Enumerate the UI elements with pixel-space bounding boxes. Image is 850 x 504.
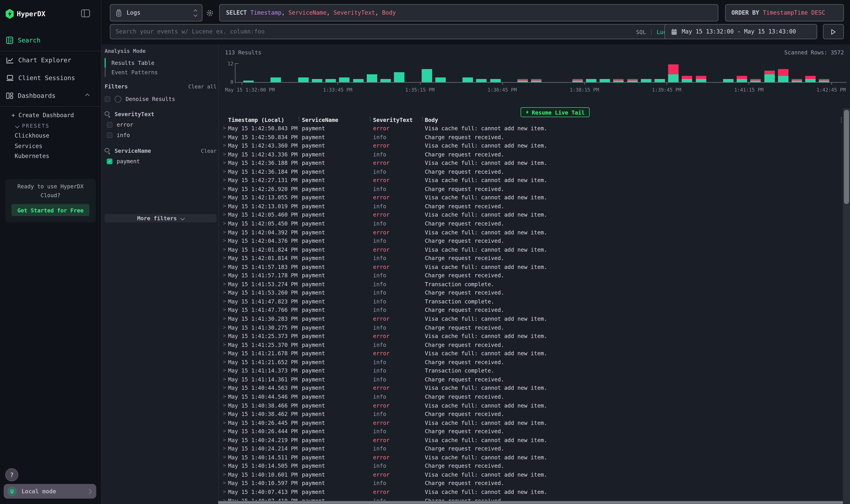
table-row[interactable]: >May 15 1:41:25.370 PMpaymentinfoCharge … <box>218 341 843 349</box>
row-expand-icon[interactable]: > <box>223 194 226 200</box>
row-expand-icon[interactable]: > <box>223 428 226 434</box>
table-row[interactable]: >May 15 1:42:26.920 PMpaymentinfoCharge … <box>218 185 843 194</box>
row-expand-icon[interactable]: > <box>223 264 226 269</box>
order-by-input[interactable]: ORDER BY TimestampTime DESC <box>725 4 844 21</box>
table-row[interactable]: >May 15 1:42:13.055 PMpaymenterrorVisa c… <box>218 194 843 202</box>
table-row[interactable]: >May 15 1:41:47.823 PMpaymentinfoTransac… <box>218 298 843 306</box>
sql-mode-toggle[interactable]: SQL <box>636 29 646 35</box>
chart-bar[interactable] <box>243 80 254 82</box>
chart-bar[interactable] <box>339 77 350 82</box>
chart-bar[interactable] <box>353 79 363 82</box>
checkbox[interactable] <box>107 132 112 138</box>
row-expand-icon[interactable]: > <box>223 237 226 243</box>
table-row[interactable]: >May 15 1:40:26.444 PMpaymentinfoCharge … <box>218 427 843 436</box>
row-expand-icon[interactable]: > <box>223 367 226 373</box>
table-row[interactable]: >May 15 1:42:04.376 PMpaymentinfoCharge … <box>218 237 843 246</box>
table-row[interactable]: >May 15 1:40:38.462 PMpaymentinfoCharge … <box>218 410 843 419</box>
table-row[interactable]: >May 15 1:42:36.184 PMpaymentinfoCharge … <box>218 167 843 176</box>
chart-bar[interactable] <box>737 76 747 82</box>
table-row[interactable]: >May 15 1:42:27.131 PMpaymenterrorVisa c… <box>218 176 843 185</box>
table-row[interactable]: >May 15 1:40:24.214 PMpaymentinfoCharge … <box>218 445 843 453</box>
row-expand-icon[interactable]: > <box>223 255 226 261</box>
row-expand-icon[interactable]: > <box>223 376 226 382</box>
row-expand-icon[interactable]: > <box>223 437 226 443</box>
table-row[interactable]: >May 15 1:41:57.178 PMpaymentinfoCharge … <box>218 271 843 280</box>
column-separator[interactable]: ⋮ <box>297 116 301 121</box>
col-header-timestamp[interactable]: Timestamp (Local) <box>228 117 284 123</box>
table-row[interactable]: >May 15 1:41:21.652 PMpaymentinfoCharge … <box>218 358 843 367</box>
clear-all-button[interactable]: Clear all <box>188 84 217 89</box>
row-expand-icon[interactable]: > <box>223 289 226 295</box>
more-filters-button[interactable]: More filters <box>105 214 217 222</box>
row-expand-icon[interactable]: > <box>223 229 226 235</box>
denoise-checkbox[interactable] <box>105 96 110 102</box>
table-row[interactable]: >May 15 1:42:43.336 PMpaymentinfoCharge … <box>218 150 843 159</box>
chart-bar[interactable] <box>778 69 788 82</box>
table-row[interactable]: >May 15 1:40:44.563 PMpaymenterrorVisa c… <box>218 384 843 393</box>
row-expand-icon[interactable]: > <box>223 168 226 174</box>
collapse-sidebar-icon[interactable] <box>81 10 90 17</box>
row-expand-icon[interactable]: > <box>223 177 226 183</box>
chart-bar[interactable] <box>600 79 610 82</box>
table-row[interactable]: >May 15 1:40:10.601 PMpaymenterrorVisa c… <box>218 470 843 479</box>
select-columns-input[interactable]: SELECT Timestamp, ServiceName, SeverityT… <box>219 4 718 21</box>
row-expand-icon[interactable]: > <box>223 298 226 304</box>
table-row[interactable]: >May 15 1:40:07.413 PMpaymenterrorVisa c… <box>218 488 843 497</box>
chart-bar[interactable] <box>312 79 322 82</box>
sidebar-item-search[interactable]: Search <box>0 35 101 46</box>
table-row[interactable]: >May 15 1:42:43.360 PMpaymenterrorVisa c… <box>218 142 843 150</box>
chart-bar[interactable] <box>764 71 775 82</box>
table-row[interactable]: >May 15 1:42:01.814 PMpaymentinfoCharge … <box>218 254 843 263</box>
chart-bar[interactable] <box>298 77 308 82</box>
row-expand-icon[interactable]: > <box>223 359 226 364</box>
row-expand-icon[interactable]: > <box>223 393 226 399</box>
col-header-body[interactable]: Body <box>425 117 438 123</box>
row-expand-icon[interactable]: > <box>223 125 226 131</box>
chart-bar[interactable] <box>819 79 829 82</box>
time-range-picker[interactable]: May 15 13:32:00 - May 15 13:43:00 <box>665 24 817 39</box>
source-select[interactable]: Logs <box>110 4 202 21</box>
sidebar-item-chart-explorer[interactable]: Chart Explorer <box>0 54 101 66</box>
chart-bar[interactable] <box>326 79 336 82</box>
sidebar-item-client-sessions[interactable]: Client Sessions <box>0 72 101 84</box>
preset-item-clickhouse[interactable]: Clickhouse <box>15 132 49 139</box>
horizontal-scrollbar-thumb[interactable] <box>218 501 843 504</box>
chart-bar[interactable] <box>641 79 651 82</box>
table-row[interactable]: >May 15 1:41:47.766 PMpaymentinfoCharge … <box>218 306 843 315</box>
chart-bar[interactable] <box>380 79 391 82</box>
preset-item-services[interactable]: Services <box>15 143 42 149</box>
chart-bar[interactable] <box>476 79 487 82</box>
row-expand-icon[interactable]: > <box>223 497 226 501</box>
create-dashboard-button[interactable]: + Create Dashboard <box>12 112 74 119</box>
table-row[interactable]: >May 15 1:42:05.450 PMpaymentinfoCharge … <box>218 219 843 228</box>
col-header-servicename[interactable]: ServiceName <box>302 117 338 123</box>
chart-bar[interactable] <box>806 76 816 82</box>
table-row[interactable]: >May 15 1:41:14.361 PMpaymentinfoCharge … <box>218 375 843 384</box>
row-expand-icon[interactable]: > <box>223 142 226 148</box>
chart-bar[interactable] <box>627 79 638 82</box>
vertical-scrollbar[interactable] <box>843 108 850 504</box>
table-row[interactable]: >May 15 1:41:14.373 PMpaymentinfoTransac… <box>218 366 843 375</box>
chart-bar[interactable] <box>366 74 377 82</box>
checkbox[interactable]: ✓ <box>107 158 112 164</box>
horizontal-scrollbar[interactable] <box>218 501 843 504</box>
filter-option-payment[interactable]: ✓payment <box>105 157 217 165</box>
resume-live-tail-button[interactable]: Resume Live Tail <box>521 107 590 117</box>
row-expand-icon[interactable]: > <box>223 220 226 226</box>
filter-clear-button[interactable]: Clear <box>201 148 217 154</box>
row-expand-icon[interactable]: > <box>223 419 226 425</box>
row-expand-icon[interactable]: > <box>223 272 226 278</box>
row-expand-icon[interactable]: > <box>223 307 226 312</box>
filter-option-error[interactable]: error <box>105 120 217 129</box>
table-row[interactable]: >May 15 1:42:04.392 PMpaymenterrorVisa c… <box>218 228 843 237</box>
row-expand-icon[interactable]: > <box>223 246 226 252</box>
table-row[interactable]: >May 15 1:40:07.410 PMpaymentinfoCharge … <box>218 497 843 500</box>
mode-results-table[interactable]: Results Table <box>105 58 217 68</box>
chart-bar[interactable] <box>572 79 583 82</box>
table-row[interactable]: >May 15 1:42:50.834 PMpaymentinfoCharge … <box>218 133 843 142</box>
chart-bar[interactable] <box>613 79 624 82</box>
table-row[interactable]: >May 15 1:40:14.505 PMpaymentinfoCharge … <box>218 462 843 470</box>
row-expand-icon[interactable]: > <box>223 134 226 140</box>
chart-bar[interactable] <box>490 79 501 82</box>
help-button[interactable]: ? <box>5 468 18 481</box>
